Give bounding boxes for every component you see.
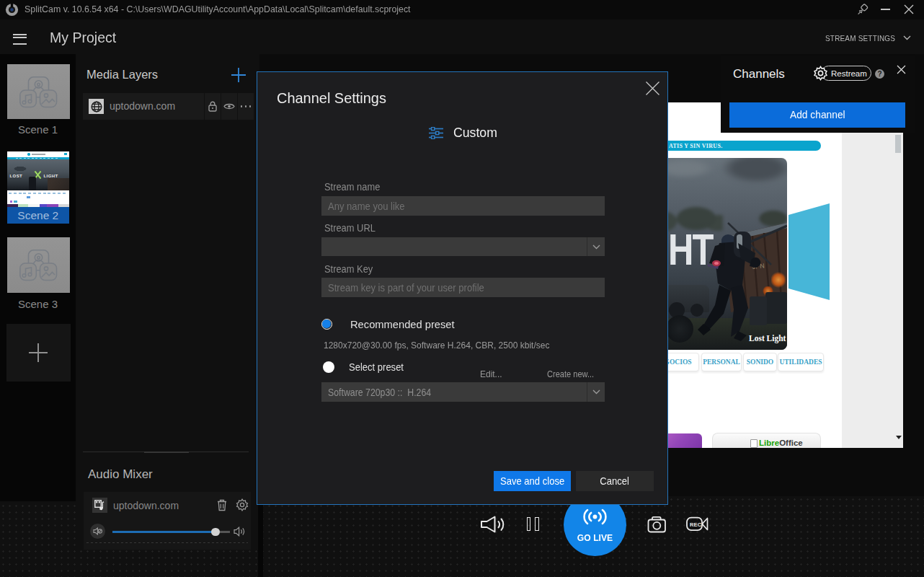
svg-text:REC: REC <box>690 521 702 528</box>
